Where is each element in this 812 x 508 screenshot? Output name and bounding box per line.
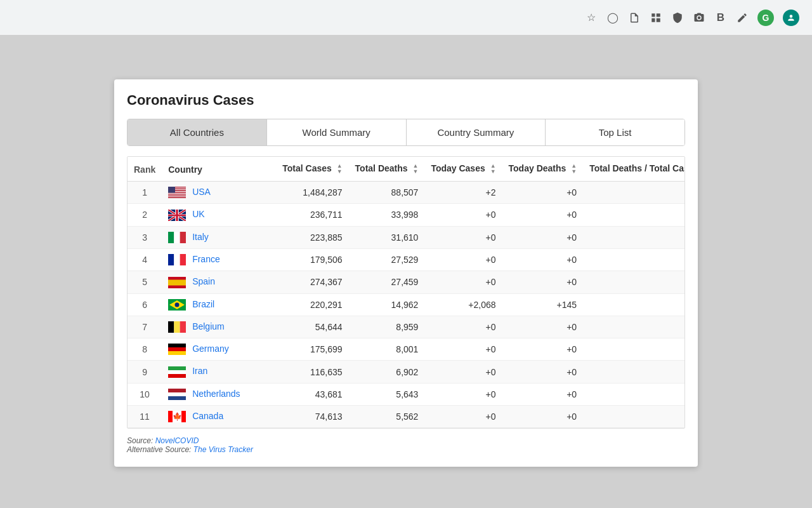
country-link-italy[interactable]: Italy (192, 232, 209, 242)
cell-ratio: 12.9% (583, 383, 684, 405)
cell-country: UK (162, 204, 276, 226)
circle-icon[interactable]: ◯ (606, 11, 619, 24)
svg-rect-13 (168, 187, 175, 193)
country-link-spain[interactable]: Spain (192, 276, 215, 286)
country-link-iran[interactable]: Iran (192, 366, 207, 376)
cell-country: Belgium (162, 316, 276, 338)
flag-uk (168, 210, 186, 221)
flag-canada: 🍁 (168, 411, 186, 422)
grammarly-icon[interactable]: G (757, 10, 774, 26)
country-link-canada[interactable]: Canada (192, 411, 223, 421)
svg-rect-23 (168, 232, 174, 243)
cell-country: 🍁 Canada (162, 405, 276, 427)
cell-total-deaths: 27,459 (349, 271, 425, 293)
cell-today-deaths: +0 (502, 383, 584, 405)
flag-spain (168, 277, 186, 288)
cell-total-cases: 116,635 (276, 361, 348, 383)
svg-rect-40 (168, 366, 186, 370)
shield-icon[interactable] (671, 11, 684, 24)
col-header-total-cases[interactable]: Total Cases ▲▼ (276, 157, 348, 182)
source-link-2[interactable]: The Virus Tracker (193, 445, 253, 454)
table-row: 7 Belgium 54,644 8,959 +0 +0 16.4% (128, 316, 684, 338)
cell-today-deaths: +0 (502, 361, 584, 383)
cell-total-deaths: 14,962 (349, 293, 425, 316)
cell-ratio: 4.6% (583, 338, 684, 361)
pen-icon[interactable] (736, 11, 749, 24)
cell-today-cases: +0 (424, 248, 502, 271)
flag-italy (168, 232, 186, 243)
cell-today-cases: +0 (424, 338, 502, 361)
svg-text:🍁: 🍁 (173, 411, 182, 421)
profile-icon[interactable] (783, 10, 799, 26)
cell-today-deaths: +0 (502, 248, 584, 271)
svg-rect-26 (168, 254, 174, 265)
app-title: Coronavirus Cases (127, 92, 685, 109)
cell-today-cases: +2,068 (424, 293, 502, 316)
country-link-brazil[interactable]: Brazil (192, 299, 214, 309)
country-link-uk[interactable]: UK (192, 209, 204, 219)
svg-rect-36 (180, 321, 186, 333)
camera-icon[interactable] (693, 11, 705, 24)
country-link-france[interactable]: France (192, 254, 220, 264)
svg-rect-43 (168, 389, 186, 392)
cell-total-deaths: 31,610 (349, 226, 425, 248)
flag-netherlands (168, 389, 186, 400)
cell-ratio: 16.4% (583, 316, 684, 338)
tab-all-countries[interactable]: All Countries (128, 119, 267, 145)
pdf-icon[interactable] (628, 11, 641, 24)
bold-b-icon[interactable]: B (714, 11, 727, 24)
sort-icon-today-cases[interactable]: ▲▼ (490, 163, 496, 175)
cell-total-deaths: 33,998 (349, 204, 425, 226)
svg-rect-24 (174, 232, 180, 243)
source-label-1: Source: (127, 436, 155, 445)
sort-icon-total-deaths[interactable]: ▲▼ (412, 163, 418, 175)
cell-total-deaths: 5,562 (349, 405, 425, 427)
cell-total-deaths: 27,529 (349, 248, 425, 271)
cell-rank: 6 (128, 293, 162, 316)
country-link-usa[interactable]: USA (192, 187, 211, 197)
country-link-germany[interactable]: Germany (192, 344, 229, 354)
tab-top-list[interactable]: Top List (546, 119, 684, 145)
country-link-belgium[interactable]: Belgium (192, 321, 225, 331)
svg-rect-41 (168, 370, 186, 374)
svg-rect-45 (168, 396, 186, 400)
tab-country-summary[interactable]: Country Summary (407, 119, 546, 145)
cell-today-deaths: +0 (502, 226, 584, 248)
cell-today-deaths: +0 (502, 271, 584, 293)
sort-icon-today-deaths[interactable]: ▲▼ (571, 163, 577, 175)
col-header-ratio[interactable]: Total Deaths / Total Cases ▲▼ (583, 157, 684, 182)
browser-toolbar: ☆ ◯ B G (0, 0, 812, 35)
country-link-netherlands[interactable]: Netherlands (192, 389, 240, 399)
cell-total-cases: 74,613 (276, 405, 348, 427)
cell-rank: 3 (128, 226, 162, 248)
col-header-today-deaths[interactable]: Today Deaths ▲▼ (502, 157, 584, 182)
table-scroll-area[interactable]: Rank Country Total Cases ▲▼ Total Deaths… (128, 157, 684, 429)
cell-total-deaths: 6,902 (349, 361, 425, 383)
cell-total-cases: 43,681 (276, 383, 348, 405)
sort-icon-total-cases[interactable]: ▲▼ (337, 163, 343, 175)
svg-rect-25 (180, 232, 186, 243)
col-header-total-deaths[interactable]: Total Deaths ▲▼ (349, 157, 425, 182)
cell-rank: 4 (128, 248, 162, 271)
svg-rect-8 (168, 194, 186, 194)
table-row: 9 Iran 116,635 6,902 +0 +0 5.9% (128, 361, 684, 383)
col-header-today-cases[interactable]: Today Cases ▲▼ (424, 157, 502, 182)
cell-total-cases: 274,367 (276, 271, 348, 293)
cell-total-cases: 179,506 (276, 248, 348, 271)
col-header-country: Country (162, 157, 276, 182)
cell-today-cases: +0 (424, 226, 502, 248)
cell-total-cases: 54,644 (276, 316, 348, 338)
star-icon[interactable]: ☆ (585, 11, 598, 24)
svg-rect-48 (181, 411, 186, 422)
grid-icon[interactable] (650, 11, 662, 24)
source-info: Source: NovelCOVID Alternative Source: T… (127, 436, 685, 454)
svg-rect-39 (168, 351, 186, 355)
cell-rank: 8 (128, 338, 162, 361)
table-row: 10 Netherlands 43,681 5,643 +0 +0 12.9% (128, 383, 684, 405)
data-table-wrapper: Rank Country Total Cases ▲▼ Total Deaths… (127, 156, 685, 429)
tab-world-summary[interactable]: World Summary (267, 119, 407, 145)
table-row: 5 Spain 274,367 27,459 +0 +0 10% (128, 271, 684, 293)
source-link-1[interactable]: NovelCOVID (155, 436, 199, 445)
flag-germany (168, 344, 186, 355)
flag-brazil (168, 299, 186, 311)
